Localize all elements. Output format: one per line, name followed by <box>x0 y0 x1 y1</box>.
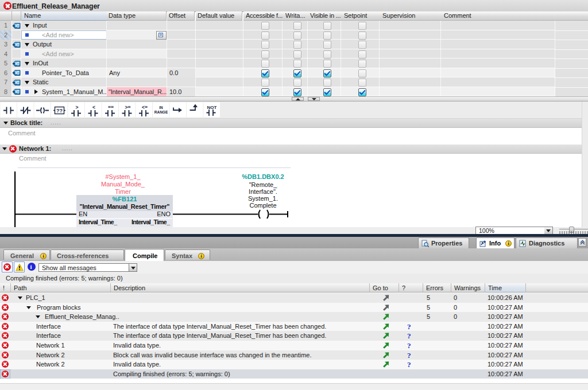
svg-text:<=: <= <box>142 104 148 110</box>
svg-text:%FB121: %FB121 <box>113 196 137 202</box>
svg-text:??: ?? <box>56 108 63 114</box>
svg-text:ENO: ENO <box>157 210 171 217</box>
svg-text:Interface".: Interface". <box>249 188 277 195</box>
svg-text:%DB1.DBX0.2: %DB1.DBX0.2 <box>242 173 284 180</box>
svg-text:Manual_Mode_: Manual_Mode_ <box>101 181 145 188</box>
svg-text:Timer: Timer <box>115 188 131 195</box>
svg-text:EN: EN <box>79 210 87 217</box>
svg-text:>=: >= <box>125 104 131 110</box>
svg-text:>: > <box>76 104 79 110</box>
svg-text:Interval_Time_: Interval_Time_ <box>131 219 171 225</box>
svg-text:==: == <box>108 104 114 110</box>
svg-text:RANGE: RANGE <box>154 110 168 114</box>
svg-text:Interval_Time_: Interval_Time_ <box>79 219 118 225</box>
svg-text:"Remote_: "Remote_ <box>249 181 277 188</box>
svg-text:<: < <box>92 104 95 110</box>
svg-text:#System_1_: #System_1_ <box>105 173 141 180</box>
svg-text:"Interval_Manual_Reset_Timer": "Interval_Manual_Reset_Timer" <box>80 203 170 210</box>
svg-text:Complete: Complete <box>249 202 276 209</box>
svg-text:System_1.: System_1. <box>248 195 278 202</box>
svg-text:IN: IN <box>159 106 163 110</box>
svg-text:NOT: NOT <box>207 105 217 110</box>
